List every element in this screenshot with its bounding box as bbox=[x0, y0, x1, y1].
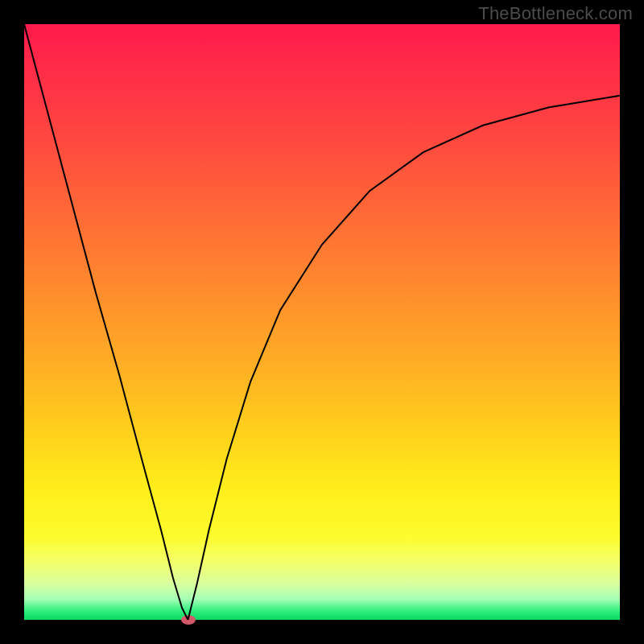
chart-frame: TheBottleneck.com bbox=[0, 0, 644, 644]
curve-path bbox=[24, 24, 620, 620]
bottleneck-curve bbox=[24, 24, 620, 620]
watermark-text: TheBottleneck.com bbox=[478, 3, 633, 24]
plot-area bbox=[24, 24, 620, 620]
